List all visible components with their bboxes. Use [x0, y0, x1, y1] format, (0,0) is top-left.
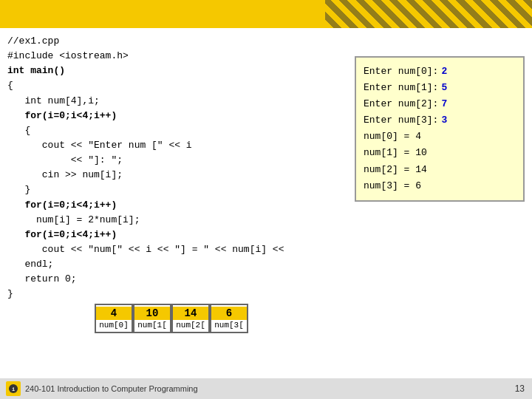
code-line-18: } — [7, 288, 13, 299]
code-line-2: #include <iostream.h> — [7, 50, 129, 61]
code-line-1: //ex1.cpp — [7, 35, 59, 47]
output-line-6: num[2] = 14 — [364, 162, 516, 178]
logo-icon: i — [8, 383, 18, 394]
code-line-3: int main() — [7, 65, 65, 76]
header-pattern — [325, 0, 532, 28]
code-line-4: { — [7, 80, 13, 91]
output-label-0: Enter num[0]: — [364, 64, 438, 80]
code-line-8: cout << "Enter num [" << i — [7, 140, 192, 151]
output-label-6: num[2] = 14 — [364, 162, 427, 178]
output-value-0: 2 — [441, 64, 447, 80]
code-line-6: for(i=0;i<4;i++) — [7, 110, 117, 121]
output-line-4: num[0] = 4 — [364, 129, 516, 145]
array-label-0: num[0] — [96, 320, 132, 330]
array-value-1: 10 — [134, 307, 170, 320]
header-bar — [0, 0, 532, 28]
output-label-7: num[3] = 6 — [364, 178, 421, 194]
array-cell-2: 14 num[2[ — [171, 304, 210, 333]
main-content: //ex1.cpp #include <iostream.h> int main… — [0, 28, 532, 353]
array-label-3: num[3[ — [211, 320, 247, 330]
output-line-0: Enter num[0]: 2 — [364, 64, 516, 80]
code-line-11: } — [7, 184, 30, 195]
output-value-2: 7 — [441, 96, 447, 112]
output-label-4: num[0] = 4 — [364, 129, 421, 145]
array-value-2: 14 — [173, 307, 208, 320]
code-block: //ex1.cpp #include <iostream.h> int main… — [7, 34, 347, 302]
code-line-5: int num[4],i; — [7, 95, 100, 106]
array-cell-3: 6 num[3[ — [210, 304, 248, 333]
code-panel: //ex1.cpp #include <iostream.h> int main… — [7, 34, 355, 347]
code-line-12: for(i=0;i<4;i++) — [7, 200, 117, 211]
code-line-9: << "]: "; — [7, 154, 123, 166]
footer-course-text: 240-101 Introduction to Computer Program… — [25, 384, 198, 393]
output-value-1: 5 — [441, 80, 447, 96]
svg-text:i: i — [12, 386, 15, 392]
output-line-1: Enter num[1]: 5 — [364, 80, 516, 96]
code-line-15: cout << "num[" << i << "] = " << num[i] … — [7, 244, 284, 255]
output-label-3: Enter num[3]: — [364, 112, 438, 129]
array-display: 4 num[0] 10 num[1[ 14 num[2[ 6 num[3[ — [95, 304, 347, 333]
code-line-10: cin >> num[i]; — [7, 169, 123, 180]
output-line-2: Enter num[2]: 7 — [364, 96, 516, 112]
array-label-2: num[2[ — [173, 320, 208, 330]
output-line-5: num[1] = 10 — [364, 145, 516, 161]
output-line-3: Enter num[3]: 3 — [364, 112, 516, 129]
array-value-3: 6 — [211, 307, 247, 320]
output-value-3: 3 — [441, 112, 447, 129]
array-label-1: num[1[ — [134, 320, 170, 330]
output-label-5: num[1] = 10 — [364, 145, 427, 161]
code-line-14: for(i=0;i<4;i++) — [7, 229, 117, 240]
output-line-7: num[3] = 6 — [364, 178, 516, 194]
page-number: 13 — [515, 383, 525, 394]
array-value-0: 4 — [96, 307, 132, 320]
code-line-13: num[i] = 2*num[i]; — [7, 214, 140, 225]
footer-logo: i — [6, 381, 21, 396]
code-line-16: endl; — [7, 259, 53, 270]
output-label-2: Enter num[2]: — [364, 96, 438, 112]
output-label-1: Enter num[1]: — [364, 80, 438, 96]
array-cell-1: 10 num[1[ — [133, 304, 171, 333]
array-cell-0: 4 num[0] — [95, 304, 133, 333]
code-line-17: return 0; — [7, 273, 77, 284]
footer-bar: i 240-101 Introduction to Computer Progr… — [0, 378, 532, 399]
output-panel: Enter num[0]: 2 Enter num[1]: 5 Enter nu… — [355, 56, 525, 202]
code-line-7: { — [7, 125, 30, 136]
